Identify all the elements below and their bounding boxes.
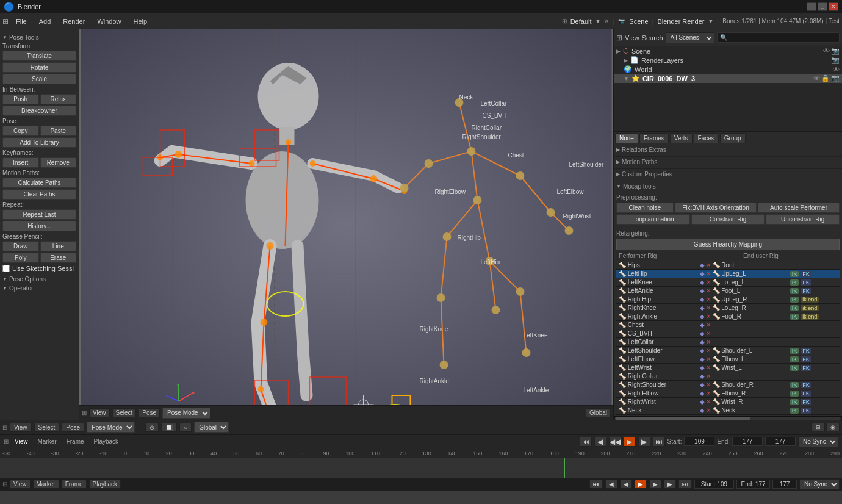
snapping-btn[interactable]: 🔲 (161, 423, 177, 432)
sb-prev-key[interactable]: ◀ (605, 480, 617, 489)
rev-play-btn[interactable]: ◀◀ (609, 437, 621, 447)
delete-icon[interactable]: ✕ (706, 364, 711, 371)
delete-icon[interactable]: ✕ (706, 339, 711, 345)
sb-start-input[interactable] (694, 480, 734, 489)
diamond-icon[interactable]: ◆ (700, 364, 705, 371)
minimize-btn[interactable]: ─ (807, 2, 816, 11)
render-menu[interactable]: Render (58, 16, 90, 26)
diamond-icon[interactable]: ◆ (700, 279, 705, 286)
outliner-renderlayers[interactable]: ▶ 📄 RenderLayers 📷 (614, 56, 842, 65)
diamond-icon[interactable]: ◆ (700, 322, 705, 328)
diamond-icon[interactable]: ◆ (700, 407, 705, 414)
sb-prev-frame[interactable]: ◀ (620, 480, 632, 489)
sb-current-frame[interactable] (772, 480, 797, 489)
poly-btn[interactable]: Poly (2, 253, 39, 263)
delete-icon[interactable]: ✕ (706, 356, 711, 362)
vp-select-btn[interactable]: Select (34, 423, 60, 432)
diamond-icon[interactable]: ◆ (700, 373, 705, 380)
sb-next-key[interactable]: ▶ (664, 480, 676, 489)
calculate-paths-btn[interactable]: Calculate Paths (2, 178, 76, 188)
diamond-icon[interactable]: ◆ (700, 339, 705, 345)
delete-icon[interactable]: ✕ (706, 381, 711, 388)
outliner-object[interactable]: ▼ ⭐ CIR_0006_DW_3 👁 🔒 📷 (614, 74, 842, 83)
transform-pivot-btn[interactable]: ⊙ (145, 423, 159, 432)
tab-frames[interactable]: Frames (639, 133, 669, 143)
repeat-last-btn[interactable]: Repeat Last (2, 209, 76, 220)
fix-bvh-btn[interactable]: Fix:BVH Axis Orientation (675, 203, 757, 213)
clear-paths-btn[interactable]: Clear Paths (2, 189, 76, 200)
delete-icon[interactable]: ✕ (706, 322, 711, 328)
diamond-icon[interactable]: ◆ (700, 287, 705, 294)
scale-btn[interactable]: Scale (2, 74, 76, 84)
tab-none[interactable]: None (615, 133, 638, 143)
obj-render-icon[interactable]: 📷 (831, 74, 840, 82)
custom-properties-title[interactable]: Custom Properties (616, 171, 840, 178)
play-btn[interactable]: ▶ (624, 437, 636, 447)
mode-select[interactable]: Pose Mode (162, 408, 210, 419)
motion-paths-title[interactable]: Motion Paths (616, 159, 840, 165)
diamond-icon[interactable]: ◆ (700, 356, 705, 362)
add-menu[interactable]: Add (34, 16, 56, 26)
delete-icon[interactable]: ✕ (706, 296, 711, 303)
orientation-select[interactable]: Global (194, 422, 229, 433)
start-frame-input[interactable] (684, 437, 714, 446)
jump-end-btn[interactable]: ⏭ (653, 437, 665, 447)
delete-icon[interactable]: ✕ (706, 330, 711, 337)
layer-btn[interactable]: ⊞ (811, 423, 825, 431)
constrain-rig-btn[interactable]: Constrain Rig (691, 214, 765, 225)
render-icon[interactable]: 📷 (831, 47, 840, 55)
breakdowner-btn[interactable]: Breakdowner (2, 106, 76, 116)
delete-icon[interactable]: ✕ (706, 407, 711, 414)
delete-icon[interactable]: ✕ (706, 279, 711, 286)
tab-group[interactable]: Group (720, 133, 746, 143)
delete-icon[interactable]: ✕ (706, 347, 711, 354)
select-btn[interactable]: Select (112, 408, 137, 417)
insert-btn[interactable]: Insert (2, 157, 39, 168)
sb-jump-end[interactable]: ⏭ (678, 480, 692, 489)
renderer-expand[interactable]: ▼ (708, 18, 713, 24)
timeline-body[interactable]: -50-40-30-20-10 01020304050 60708090100 … (0, 448, 842, 478)
diamond-icon[interactable]: ◆ (700, 330, 705, 337)
sb-view-btn[interactable]: View (10, 480, 31, 489)
search-input[interactable] (717, 32, 840, 43)
jump-start-btn[interactable]: ⏮ (580, 437, 592, 447)
anim-frame-btn[interactable]: Frame (63, 437, 88, 445)
sb-frame-btn[interactable]: Frame (62, 480, 87, 489)
sync-select[interactable]: No Sync (798, 436, 838, 447)
pose-menu-btn[interactable]: Pose (139, 408, 160, 417)
sb-jump-start[interactable]: ⏮ (589, 480, 603, 489)
diamond-icon[interactable]: ◆ (700, 304, 705, 311)
diamond-icon[interactable]: ◆ (700, 398, 705, 405)
delete-icon[interactable]: ✕ (706, 262, 711, 268)
delete-icon[interactable]: ✕ (706, 270, 711, 277)
diamond-icon[interactable]: ◆ (700, 262, 705, 268)
tab-faces[interactable]: Faces (694, 133, 719, 143)
proportional-btn[interactable]: ○ (179, 423, 192, 432)
use-sketching-checkbox[interactable] (2, 265, 10, 272)
window-menu[interactable]: Window (92, 16, 126, 26)
loop-anim-btn[interactable]: Loop animation (616, 214, 690, 225)
sb-sync-select[interactable]: No Sync (799, 479, 840, 490)
obj-lock-icon[interactable]: 🔒 (821, 74, 830, 82)
overlay-btn[interactable]: ◉ (826, 423, 840, 431)
mocap-tools-title[interactable]: Mocap tools (616, 183, 840, 190)
close-layout-icon[interactable]: ✕ (604, 18, 609, 24)
copy-btn[interactable]: Copy (2, 126, 39, 136)
file-menu[interactable]: File (11, 16, 32, 26)
sb-end-input[interactable] (736, 480, 770, 489)
line-btn[interactable]: Line (40, 241, 77, 251)
rotate-btn[interactable]: Rotate (2, 62, 76, 73)
unconstrain-rig-btn[interactable]: Unconstrain Rig (766, 214, 840, 225)
sb-marker-btn[interactable]: Marker (33, 480, 59, 489)
world-vis-icon[interactable]: 👁 (833, 66, 840, 73)
3d-viewport[interactable]: Right Ortho (79, 29, 613, 420)
translate-btn[interactable]: Translate (2, 51, 76, 61)
draw-btn[interactable]: Draw (2, 241, 39, 251)
next-frame-btn[interactable]: ▶ (638, 437, 650, 447)
delete-icon[interactable]: ✕ (706, 373, 711, 380)
anim-view-btn[interactable]: View (11, 437, 32, 445)
outliner-world[interactable]: 🌍 World 👁 (614, 65, 842, 74)
vis-icon[interactable]: 👁 (823, 47, 830, 55)
diamond-icon[interactable]: ◆ (700, 270, 705, 277)
end-frame-input[interactable] (732, 437, 763, 446)
